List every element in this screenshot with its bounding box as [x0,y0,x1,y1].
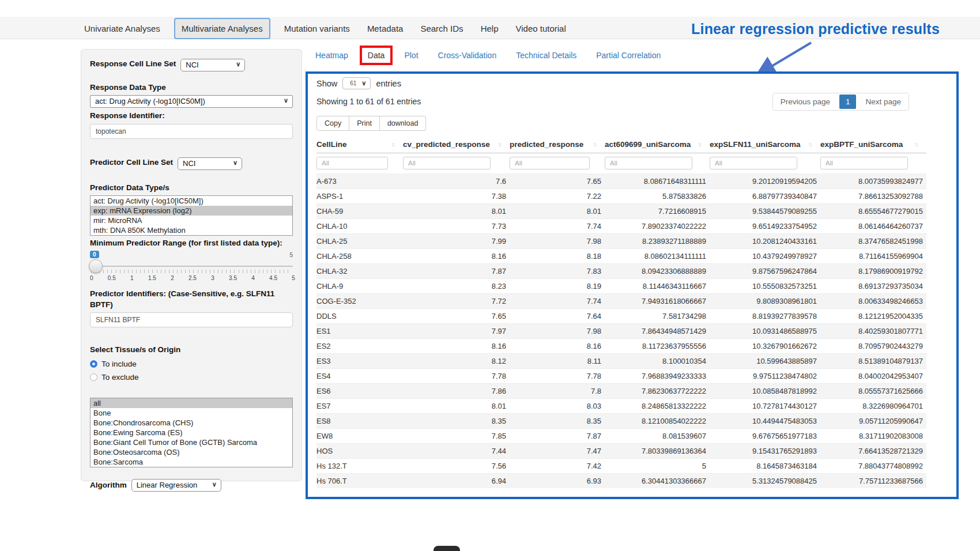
response-identifier-input[interactable] [90,124,293,139]
column-filter-input-cellline[interactable] [316,157,388,169]
slider-track[interactable] [90,266,293,267]
data-type-option-mir[interactable]: mir: MicroRNA [91,216,292,225]
table-row-es6: ES67.867.87.8623063772222210.08584878189… [316,384,926,399]
response-data-type-select[interactable]: act: Drug Activity (-log10[IC50M]) [90,95,293,108]
slider-tick-label: 4 [251,275,255,281]
data-type-option-mth[interactable]: mth: DNA 850K Methylation [91,225,292,235]
data-type-option-act[interactable]: act: Drug Activity (-log10[IC50M]) [91,196,292,206]
slider-tick-label: 5 [292,275,295,281]
tissue-exclude-radio-row[interactable]: To exclude [90,373,293,382]
algorithm-select[interactable]: Linear Regression [131,479,221,492]
result-tab-technical-details[interactable]: Technical Details [516,51,576,60]
tissue-option-all[interactable]: all [91,398,292,408]
predictor-identifiers-input[interactable] [90,312,293,327]
result-tab-plot[interactable]: Plot [404,51,418,60]
previous-page-button[interactable]: Previous page [773,93,838,110]
nav-tab-search-ids[interactable]: Search IDs [420,24,463,33]
table-cell: 8.37476582451998 [820,234,926,249]
nav-tab-metadata[interactable]: Metadata [367,24,404,33]
table-cell: 8.19 [510,279,605,294]
tissue-option-bone-osteosarcoma-os[interactable]: Bone:Osteosarcoma (OS) [91,447,292,457]
table-cell: 8.100010354 [605,354,710,369]
column-filter-input-expbptf-unisarcoma[interactable] [820,157,908,169]
column-filter-input-expslfn11-unisarcoma[interactable] [710,157,797,169]
column-header-cellline[interactable]: CellLine↑↓ [316,136,403,153]
column-header-cv-predicted-response[interactable]: cv_predicted_response↑↓ [403,136,510,153]
predictor-cell-line-set-select[interactable]: NCI [178,157,242,170]
table-cell: 7.65 [510,174,605,189]
table-row-chla-32: CHLA-327.877.838.094233068888899.8756759… [316,264,926,279]
nav-tab-mutation-variants[interactable]: Mutation variants [284,24,350,33]
table-cell: 10.599643885897 [710,354,820,369]
result-tab-cross-validation[interactable]: Cross-Validation [438,51,497,60]
tissue-option-bone-ewing-sarcoma-es[interactable]: Bone:Ewing Sarcoma (ES) [91,428,292,437]
column-header-expbptf-unisarcoma[interactable]: expBPTF_uniSarcoma↑↓ [820,136,926,153]
table-cell: 9.67675651977183 [710,429,820,444]
data-type-option-exp[interactable]: exp: mRNA Expression (log2) [91,206,292,216]
tissue-option-bone-sarcoma[interactable]: Bone:Sarcoma [91,457,292,467]
slider-tick-label: 3.5 [229,275,237,281]
show-entries-row: Show 61 entries [316,77,948,89]
column-header-expslfn11-unisarcoma[interactable]: expSLFN11_uniSarcoma↑↓ [710,136,820,153]
tissue-option-peripheral-nervous-system[interactable]: Peripheral_Nervous_System [91,467,292,467]
next-page-button[interactable]: Next page [858,93,909,110]
download-button[interactable]: download [380,116,427,131]
tissue-option-bone[interactable]: Bone [91,408,292,418]
cell-line-name: COG-E-352 [316,294,403,309]
column-filter-input-predicted-response[interactable] [510,157,590,169]
cell-line-name: CHLA-10 [316,219,403,234]
response-cell-line-set-select[interactable]: NCI [180,59,245,71]
nav-tab-help[interactable]: Help [481,24,499,33]
table-cell: 8.18 [510,249,605,264]
cell-line-name: A-673 [316,174,403,189]
table-cell: 7.85 [403,429,510,444]
table-cell: 8.12100854022222 [605,414,710,429]
print-button[interactable]: Print [349,116,380,131]
table-cell: 8.23 [403,279,510,294]
result-tab-partial-correlation[interactable]: Partial Correlation [596,51,661,60]
show-entries-select[interactable]: 61 [342,77,371,89]
table-row-es2: ES28.168.168.1172363795555610.3267901662… [316,339,926,354]
nav-tab-univariate-analyses[interactable]: Univariate Analyses [84,24,160,33]
show-entries-prefix: Show [316,79,337,88]
nav-tab-video-tutorial[interactable]: Video tutorial [515,24,566,33]
results-table: CellLine↑↓cv_predicted_response↑↓predict… [316,136,926,488]
current-page-button[interactable]: 1 [839,95,857,109]
table-cell: 8.03 [510,399,605,414]
table-row-es3: ES38.128.118.10001035410.5996438858978.5… [316,354,926,369]
table-cell: 7.80339869136364 [605,444,710,459]
tissue-include-radio-row[interactable]: To include [90,360,293,368]
table-row-hs-706-t: Hs 706.T6.946.936.304413033666675.313245… [316,474,926,489]
table-row-ddls: DDLS7.657.647.5817342988.819392778395788… [316,309,926,324]
copy-button[interactable]: Copy [316,116,349,131]
table-cell: 9.05711205990647 [820,414,926,429]
result-tab-heatmap[interactable]: Heatmap [315,51,348,60]
result-tab-data[interactable]: Data [360,46,393,65]
table-cell: 10.4494475483053 [710,414,820,429]
slider-tick-label: 1.5 [148,275,156,281]
cell-line-name: Hs 706.T [316,474,403,489]
table-cell: 7.86 [403,384,510,399]
table-cell: 7.87 [510,429,605,444]
tissue-option-bone-chondrosarcoma-chs[interactable]: Bone:Chondrosarcoma (CHS) [91,418,292,428]
filter-cell-expbptf-unisarcoma [820,153,926,174]
column-header-act609699-unisarcoma[interactable]: act609699_uniSarcoma↑↓ [605,136,710,153]
nav-tab-multivariate-analyses[interactable]: Multivariate Analyses [174,18,270,39]
table-cell: 10.4379249978927 [710,249,820,264]
column-header-label: act609699_uniSarcoma [605,140,691,149]
exclude-radio-icon[interactable] [90,373,97,381]
column-header-predicted-response[interactable]: predicted_response↑↓ [510,136,605,153]
filter-cell-cv-predicted-response [403,153,510,174]
tissue-option-bone-giant-cell-tumor-of-bone-gctb-sarcoma[interactable]: Bone:Giant Cell Tumor of Bone (GCTB) Sar… [91,437,292,447]
table-header-row: CellLine↑↓cv_predicted_response↑↓predict… [316,136,926,153]
table-cell: 8.081539607 [605,429,710,444]
filter-cell-act609699-unisarcoma [605,153,710,174]
sort-icon: ↑↓ [914,141,917,148]
sort-icon: ↑↓ [808,141,811,148]
include-radio-icon[interactable] [90,360,97,368]
annotation-title: Linear regression predictive results [691,21,940,37]
column-filter-input-act609699-unisarcoma[interactable] [605,157,692,169]
column-header-label: expBPTF_uniSarcoma [820,140,903,149]
table-cell: 9.97511238474802 [710,369,820,384]
column-filter-input-cv-predicted-response[interactable] [403,157,491,169]
